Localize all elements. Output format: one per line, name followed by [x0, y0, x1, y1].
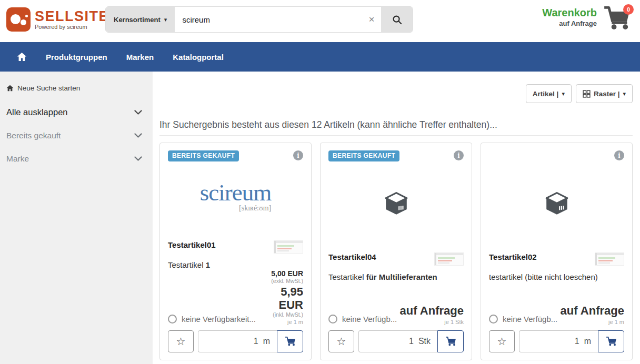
product-subtitle: Testartikel 1	[168, 260, 303, 269]
home-icon	[6, 85, 14, 92]
star-icon: ☆	[176, 335, 186, 348]
cart-icon	[285, 337, 296, 347]
package-icon	[383, 190, 409, 217]
product-grid: BEREITS GEKAUFT i scireum [skıʀé:ʊm] Tes…	[159, 143, 633, 360]
datasheet-thumbnail[interactable]	[595, 252, 624, 266]
cart-title: Warenkorb	[542, 7, 597, 18]
info-icon[interactable]: i	[293, 150, 303, 160]
availability: keine Verfügb...	[489, 315, 557, 325]
filter-marke[interactable]: Marke	[0, 154, 153, 164]
caret-down-icon: ▾	[164, 16, 167, 23]
info-icon[interactable]: i	[614, 150, 624, 160]
product-card: i Testartikel02	[481, 143, 633, 360]
filter-sidebar: Neue Suche starten Alle ausklappen Berei…	[0, 72, 153, 364]
expand-all-toggle[interactable]: Alle ausklappen	[0, 107, 153, 117]
header: SELLSITE Powered by scireum Kernsortimen…	[0, 0, 640, 42]
per-unit: je 1 m	[561, 319, 624, 325]
quantity-unit: m	[584, 337, 591, 346]
availability-text: keine Verfügb...	[503, 315, 557, 323]
filter-bereits-gekauft[interactable]: Bereits gekauft	[0, 131, 153, 140]
view-type-dropdown[interactable]: Artikel | ▾	[526, 84, 572, 103]
chevron-down-icon	[134, 156, 142, 161]
search-scope-label: Kernsortiment	[114, 16, 161, 24]
quantity-input[interactable]: 1 m	[198, 330, 277, 352]
info-icon[interactable]: i	[454, 150, 464, 160]
filter-label: Marke	[6, 154, 29, 164]
nav-item-produktgruppen[interactable]: Produktgruppen	[46, 53, 107, 62]
scireum-logo-word: scireum	[200, 182, 271, 203]
cart-header[interactable]: Warenkorb auf Anfrage 0	[542, 5, 634, 35]
price-incl: 5,95 EUR	[256, 285, 303, 311]
nav-item-katalogportal[interactable]: Katalogportal	[173, 53, 224, 62]
new-search-label: Neue Suche starten	[17, 84, 80, 92]
availability-indicator-icon	[328, 315, 337, 323]
search-input[interactable]	[175, 15, 362, 24]
chevron-down-icon	[134, 110, 142, 115]
cart-icon	[445, 337, 456, 347]
star-icon: ☆	[337, 335, 346, 348]
availability-indicator-icon	[168, 315, 177, 323]
brand-dots-icon	[6, 7, 31, 32]
product-image[interactable]	[328, 162, 464, 245]
quantity-value: 1	[575, 337, 579, 346]
availability-text: keine Verfügbarkeit...	[182, 315, 256, 323]
add-to-cart-button[interactable]	[437, 330, 464, 352]
home-icon	[17, 52, 27, 62]
quantity-unit: Stk	[418, 337, 431, 346]
view-type-label: Artikel |	[533, 90, 559, 98]
quantity-input[interactable]: 1 m	[519, 330, 598, 352]
favorite-button[interactable]: ☆	[489, 330, 515, 352]
chevron-down-icon	[134, 133, 142, 138]
price-excl: 5,00 EUR	[256, 269, 303, 278]
clear-search-icon[interactable]: ×	[362, 14, 381, 25]
logo[interactable]: SELLSITE Powered by scireum	[6, 7, 109, 32]
expand-all-label: Alle ausklappen	[6, 107, 68, 117]
product-image[interactable]: scireum [skıʀé:ʊm]	[168, 161, 303, 233]
product-title[interactable]: Testartikel02	[489, 252, 537, 261]
status-badge: BEREITS GEKAUFT	[168, 150, 239, 161]
availability-text: keine Verfügb...	[342, 315, 397, 323]
star-icon: ☆	[497, 335, 507, 348]
product-card: BEREITS GEKAUFT i scireum [skıʀé:ʊm] Tes…	[159, 143, 312, 360]
quantity-unit: m	[263, 337, 270, 346]
price-excl-note: (exkl. MwSt.)	[256, 278, 303, 284]
filter-label: Bereits gekauft	[6, 131, 61, 140]
price-on-request: auf Anfrage	[561, 304, 624, 318]
product-title[interactable]: Testartikel01	[168, 240, 216, 249]
cart-icon	[606, 337, 617, 347]
quantity-value: 1	[409, 337, 414, 346]
search-button[interactable]	[381, 7, 413, 32]
cart-subtitle: auf Anfrage	[542, 19, 597, 27]
add-to-cart-button[interactable]	[598, 330, 624, 352]
price-on-request: auf Anfrage	[400, 304, 464, 318]
datasheet-thumbnail[interactable]	[434, 252, 464, 266]
quantity-input[interactable]: 1 Stk	[358, 330, 437, 352]
per-unit: je 1 m	[256, 319, 303, 325]
datasheet-thumbnail[interactable]	[274, 240, 303, 254]
caret-down-icon: ▾	[623, 90, 626, 97]
caret-down-icon: ▾	[562, 90, 565, 97]
new-search-link[interactable]: Neue Suche starten	[0, 84, 153, 92]
nav-item-marken[interactable]: Marken	[126, 53, 154, 62]
package-icon	[544, 190, 570, 217]
favorite-button[interactable]: ☆	[168, 330, 194, 352]
search-bar: Kernsortiment ▾ ×	[105, 6, 413, 33]
product-title[interactable]: Testartikel04	[328, 252, 376, 261]
per-unit: je 1 Stk	[400, 319, 464, 325]
product-image[interactable]	[489, 162, 624, 245]
availability: keine Verfügbarkeit...	[168, 315, 256, 325]
nav-home-button[interactable]	[17, 52, 27, 62]
layout-dropdown[interactable]: Raster | ▾	[576, 84, 633, 103]
availability: keine Verfügb...	[328, 315, 397, 325]
layout-label: Raster |	[594, 90, 620, 98]
add-to-cart-button[interactable]	[277, 330, 303, 352]
main-navigation: Produktgruppen Marken Katalogportal	[0, 42, 640, 72]
results-area: Artikel | ▾ Raster | ▾ Ihr Suchergebnis …	[153, 72, 640, 364]
cart-count-badge: 0	[623, 4, 634, 15]
brand-tagline: Powered by scireum	[35, 24, 109, 30]
price-incl-note: (inkl. MwSt.)	[256, 311, 303, 318]
search-scope-dropdown[interactable]: Kernsortiment ▾	[106, 7, 175, 32]
favorite-button[interactable]: ☆	[328, 330, 354, 352]
product-card: BEREITS GEKAUFT i Testartikel04	[320, 143, 472, 360]
grid-icon	[583, 90, 591, 98]
